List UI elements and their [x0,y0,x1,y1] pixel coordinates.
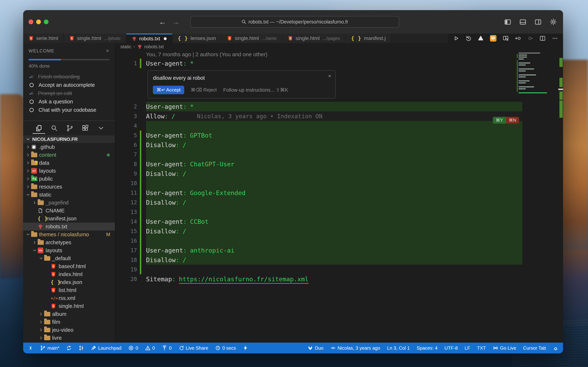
diff-shortcut-chips[interactable]: ⌘Y ⌘N [493,117,519,124]
tree-item-pages[interactable]: <> pages [23,342,115,342]
tab-manifest-j[interactable]: { } manifest.j [346,34,391,43]
welcome-item[interactable]: Chat with your codebase [29,106,110,114]
tab-serie-html[interactable]: 5 serie.html [23,34,64,43]
breadcrumb[interactable]: static › robots.txt [115,43,563,50]
drop-button[interactable] [478,35,484,42]
code-line-2[interactable]: 2 User-agent:* [115,102,563,111]
codelens-blame[interactable]: You, 7 months ago | 2 authors (You and o… [115,50,563,58]
tree-item-layouts[interactable]: <> layouts [23,167,115,175]
code-line-11[interactable]: 11 User-agent:Google-Extended [115,188,563,198]
code-line-8[interactable]: 8 User-agent:ChatGPT-User [115,159,563,169]
code-line-18[interactable]: 18 Disallow:/ [115,255,563,265]
minimize-window-button[interactable] [36,19,41,24]
tree-item-layouts[interactable]: <> layouts [23,246,115,254]
status-bell[interactable] [553,345,558,351]
overview-ruler[interactable] [558,50,563,342]
code-line-19[interactable]: 19 [115,265,563,274]
tree-item-archetypes[interactable]: archetypes [23,238,115,246]
code-line-16[interactable]: 16 [115,236,563,245]
status-txt[interactable]: TXT [477,345,486,351]
ruler-slider[interactable] [558,89,563,90]
command-center-search[interactable]: robots.txt — ~/Developer/perso/nicolasfu… [190,16,399,28]
tree-item-static[interactable]: static [23,191,115,199]
welcome-item[interactable]: ✓ Finish onboarding [29,73,110,81]
tree-item-manifest-json[interactable]: { } manifest.json [23,215,115,223]
tree-item-resources[interactable]: resources [23,183,115,191]
tree-item-CNAME[interactable]: CNAME [23,207,115,215]
activity-extensions-icon[interactable] [82,125,89,132]
split-button[interactable] [539,35,546,42]
status-0[interactable]: 0 [128,345,138,351]
breadcrumb-folder[interactable]: static [120,44,131,50]
status-0[interactable]: 0 [162,345,171,351]
activity-scm-icon[interactable] [66,125,73,132]
tree-item-index-html[interactable]: 5 index.html [23,270,115,278]
welcome-item[interactable]: Ask a question [29,97,110,106]
code-line-1[interactable]: 1 User-agent:* [115,58,563,68]
code-line-12[interactable]: 12 Disallow:/ [115,198,563,207]
nav-forward-icon[interactable]: → [172,18,179,26]
accept-chip[interactable]: ⌘Y [493,117,506,124]
split-search-button[interactable] [503,35,509,42]
ai-edit-popup[interactable]: × disallow every ai robot ⌘↵ Accept ⌘⌫ R… [147,70,336,99]
activity-files-icon[interactable] [35,125,42,132]
status-compare[interactable] [78,345,84,351]
code-line-14[interactable]: 14 User-agent:CCBot [115,217,563,226]
tree-item-_pagefind[interactable]: _pagefind [23,199,115,207]
tree-item-single-html[interactable]: 5 single.html [23,302,115,310]
status-sync[interactable] [66,345,72,351]
tree-item-baseof-html[interactable]: 5 baseof.html [23,262,115,270]
status-main-[interactable]: main* [40,345,59,351]
layout-right-icon[interactable] [535,18,542,25]
status-lf[interactable]: LF [465,345,470,351]
accept-button[interactable]: ⌘↵ Accept [153,86,184,94]
tree-item-livre[interactable]: livre [23,334,115,342]
code-line-7[interactable]: 7 [115,150,563,159]
tab-single-html[interactable]: 5 single.html .../photo [64,34,126,43]
code-line-6[interactable]: 6 Disallow:/ [115,140,563,150]
tree-item-jeu-video[interactable]: jeu-video [23,326,115,334]
code-line-13[interactable]: 13 [115,207,563,217]
tree-item-film[interactable]: film [23,318,115,326]
tab-robots-txt[interactable]: robots.txt [126,34,172,43]
code-line-5[interactable]: 5 User-agent:GPTBot [115,131,563,140]
explorer-section-header[interactable]: NICOLASFURNO.FR [23,135,115,143]
tab-single-html[interactable]: 5 single.html .../serie [222,34,282,43]
breadcrumb-file[interactable]: robots.txt [144,44,164,50]
tree-item-robots-txt[interactable]: robots.txt [23,223,115,231]
tree-item-data[interactable]: data [23,159,115,167]
status-0-secs[interactable]: 0 secs [215,345,236,351]
status-zap[interactable] [243,345,248,351]
more-button[interactable] [552,35,558,42]
tab-single-html[interactable]: 5 single.html .../pages [282,34,346,43]
play-button[interactable] [453,35,459,42]
tree-item-list-html[interactable]: 5 list.html [23,286,115,294]
gear-icon[interactable] [550,18,557,25]
tree-item--github[interactable]: .github [23,143,115,151]
status-live-share[interactable]: Live Share [179,345,208,351]
code-line-20[interactable]: 20 Sitemap:https://nicolasfurno.fr/sitem… [115,274,563,284]
activity-search-icon[interactable] [51,125,58,132]
status-ln-3-col-1[interactable]: Ln 3, Col 1 [387,345,410,351]
status-duo[interactable]: Duo [307,345,324,351]
status-spaces-4[interactable]: Spaces: 4 [417,345,438,351]
reject-chip[interactable]: ⌘N [506,117,519,124]
welcome-item[interactable]: Accept an autocomplete [29,81,110,89]
activity-chevron-down-icon[interactable] [97,125,105,132]
tree-item-_default[interactable]: _default [23,254,115,262]
tree-item-public[interactable]: public [23,175,115,183]
modified-dot-icon[interactable] [164,37,167,40]
status-0[interactable]: 0 [145,345,155,351]
code-editor[interactable]: You, 7 months ago | 2 authors (You and o… [115,50,563,342]
tab-lenses-json[interactable]: { } lenses.json [172,34,222,43]
reject-button[interactable]: ⌘⌫ Reject [191,87,217,93]
zoom-window-button[interactable] [44,19,49,24]
tree-item-rss-xml[interactable]: </> rss.xml [23,294,115,302]
tree-item-index-json[interactable]: { } index.json [23,278,115,286]
han-app-button[interactable]: 申 [490,35,496,42]
status-launchpad[interactable]: Launchpad [91,345,121,351]
history-button[interactable] [465,35,471,42]
status-remote[interactable] [28,345,33,351]
nav-back-icon[interactable]: ← [159,18,166,26]
code-line-17[interactable]: 17 User-agent:anthropic-ai [115,245,563,255]
